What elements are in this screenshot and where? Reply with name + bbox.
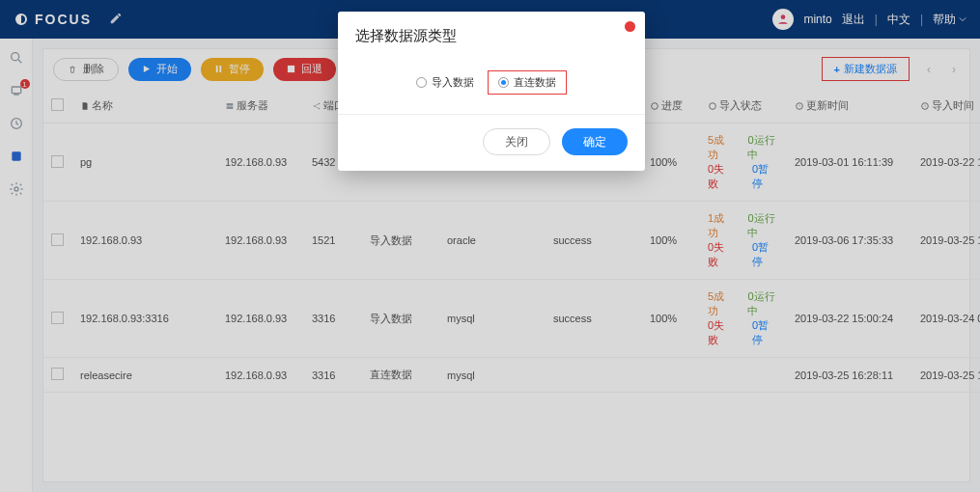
modal-title: 选择数据源类型 <box>338 12 645 57</box>
select-source-type-modal: 选择数据源类型 导入数据 直连数据 关闭 确定 <box>338 12 645 171</box>
radio-import[interactable]: 导入数据 <box>416 70 474 95</box>
close-icon[interactable] <box>625 21 635 32</box>
confirm-button[interactable]: 确定 <box>562 128 628 155</box>
cancel-button[interactable]: 关闭 <box>483 128 550 155</box>
radio-direct[interactable]: 直连数据 <box>498 75 556 90</box>
